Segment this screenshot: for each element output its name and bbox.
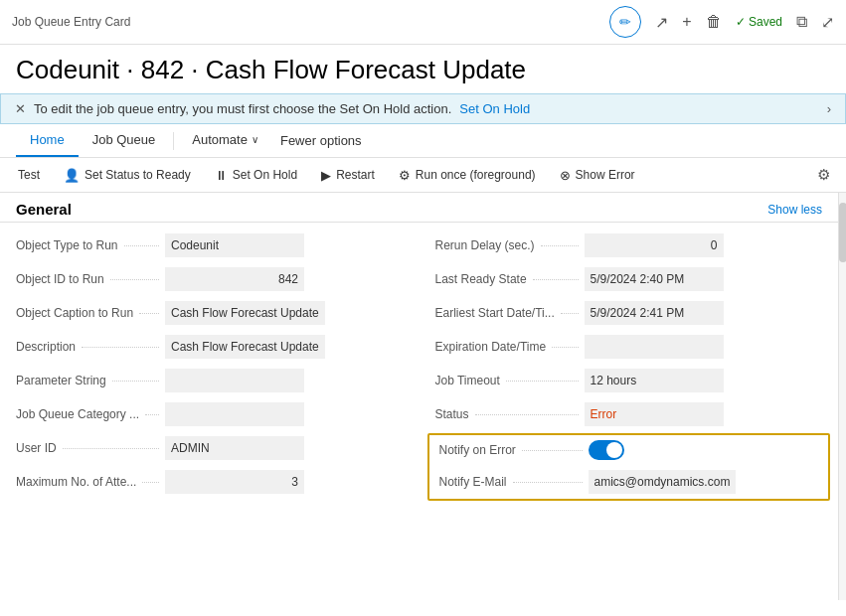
run-once-button[interactable]: ⚙ Run once (foreground) xyxy=(389,164,546,187)
general-section-header: General Show less xyxy=(0,193,838,223)
section-title: General xyxy=(16,201,72,218)
table-row: Object Caption to Run Cash Flow Forecast… xyxy=(0,296,420,330)
set-status-ready-icon: 👤 xyxy=(64,168,80,183)
object-id-value: 842 xyxy=(165,267,304,291)
scrollbar-track[interactable] xyxy=(838,193,846,600)
automate-chevron-icon: ∨ xyxy=(252,134,258,145)
user-id-value: ADMIN xyxy=(165,436,304,460)
table-row: Object Type to Run Codeunit xyxy=(0,229,420,262)
notify-email-value: amics@omdynamics.com xyxy=(589,470,737,494)
job-timeout-value: 12 hours xyxy=(585,369,724,392)
fewer-options-link[interactable]: Fewer options xyxy=(280,133,362,148)
earliest-start-value: 5/9/2024 2:41 PM xyxy=(585,301,724,325)
notify-on-error-toggle[interactable] xyxy=(589,440,624,460)
content-area: General Show less Object Type to Run Cod… xyxy=(0,193,846,600)
object-caption-value: Cash Flow Forecast Update xyxy=(165,301,325,325)
banner-message: To edit the job queue entry, you must fi… xyxy=(34,101,451,116)
fields-grid: Object Type to Run Codeunit Object ID to… xyxy=(0,223,838,509)
expiration-value xyxy=(585,335,724,359)
object-type-label: Object Type to Run xyxy=(16,238,165,252)
table-row: User ID ADMIN xyxy=(0,431,420,465)
page-title: Codeunit · 842 · Cash Flow Forecast Upda… xyxy=(0,45,846,93)
settings-gear-button[interactable]: ⚙ xyxy=(809,162,838,188)
table-row: Job Timeout 12 hours xyxy=(420,364,839,397)
expand-icon[interactable]: ⤢ xyxy=(821,13,834,32)
user-id-label: User ID xyxy=(16,441,165,455)
edit-button[interactable]: ✏ xyxy=(609,6,641,38)
notify-section: Notify on Error Notify E-Mail amics@omdy… xyxy=(427,433,831,501)
table-row: Job Queue Category ... xyxy=(0,397,420,431)
notify-on-error-toggle-container xyxy=(589,440,624,460)
notify-email-row: Notify E-Mail amics@omdynamics.com xyxy=(429,465,829,499)
object-caption-label: Object Caption to Run xyxy=(16,306,165,320)
show-error-icon: ⊗ xyxy=(560,168,571,183)
job-queue-cat-label: Job Queue Category ... xyxy=(16,407,165,421)
object-id-label: Object ID to Run xyxy=(16,272,165,286)
job-timeout-label: Job Timeout xyxy=(435,374,585,387)
scrollbar-thumb[interactable] xyxy=(839,203,846,262)
table-row: Object ID to Run 842 xyxy=(0,262,420,296)
tab-home[interactable]: Home xyxy=(16,124,79,157)
status-label: Status xyxy=(435,407,585,421)
saved-status: ✓ Saved xyxy=(736,15,782,29)
test-button[interactable]: Test xyxy=(8,164,50,186)
banner-close-icon[interactable]: ✕ xyxy=(15,101,26,116)
run-once-icon: ⚙ xyxy=(399,168,411,183)
delete-icon[interactable]: 🗑 xyxy=(706,13,722,31)
max-attempts-label: Maximum No. of Atte... xyxy=(16,475,165,489)
main-content: General Show less Object Type to Run Cod… xyxy=(0,193,838,600)
status-value: Error xyxy=(585,402,724,426)
table-row: Last Ready State 5/9/2024 2:40 PM xyxy=(420,262,839,296)
info-banner: ✕ To edit the job queue entry, you must … xyxy=(0,93,846,124)
left-column: Object Type to Run Codeunit Object ID to… xyxy=(0,229,420,503)
tab-job-queue[interactable]: Job Queue xyxy=(79,124,170,157)
banner-chevron-icon: › xyxy=(827,101,831,116)
table-row: Description Cash Flow Forecast Update xyxy=(0,330,420,364)
right-column: Rerun Delay (sec.) 0 Last Ready State 5/… xyxy=(420,229,839,503)
top-bar-actions: ✏ ↗ + 🗑 ✓ Saved ⧉ ⤢ xyxy=(609,6,834,38)
notify-on-error-label: Notify on Error xyxy=(439,443,589,457)
param-string-value xyxy=(165,369,304,392)
table-row: Status Error xyxy=(420,397,839,431)
add-icon[interactable]: + xyxy=(682,13,691,31)
set-on-hold-button[interactable]: ⏸ Set On Hold xyxy=(205,164,307,187)
table-row: Expiration Date/Time xyxy=(420,330,839,364)
show-less-link[interactable]: Show less xyxy=(767,203,822,217)
top-bar: Job Queue Entry Card ✏ ↗ + 🗑 ✓ Saved ⧉ ⤢ xyxy=(0,0,846,45)
open-external-icon[interactable]: ⧉ xyxy=(796,13,807,31)
set-status-ready-button[interactable]: 👤 Set Status to Ready xyxy=(54,164,201,187)
table-row: Parameter String xyxy=(0,364,420,397)
notify-email-label: Notify E-Mail xyxy=(439,475,589,489)
expiration-label: Expiration Date/Time xyxy=(435,340,585,354)
param-string-label: Parameter String xyxy=(16,374,165,387)
rerun-delay-value: 0 xyxy=(585,233,724,257)
restart-button[interactable]: ▶ Restart xyxy=(311,164,385,187)
set-on-hold-icon: ⏸ xyxy=(215,168,228,183)
table-row: Maximum No. of Atte... 3 xyxy=(0,465,420,499)
tab-separator xyxy=(173,132,174,150)
notify-on-error-row: Notify on Error xyxy=(429,435,829,465)
max-attempts-value: 3 xyxy=(165,470,304,494)
last-ready-label: Last Ready State xyxy=(435,272,585,286)
job-queue-cat-value xyxy=(165,402,304,426)
earliest-start-label: Earliest Start Date/Ti... xyxy=(435,306,585,320)
table-row: Rerun Delay (sec.) 0 xyxy=(420,229,839,262)
last-ready-value: 5/9/2024 2:40 PM xyxy=(585,267,724,291)
page-breadcrumb: Job Queue Entry Card xyxy=(12,15,609,29)
restart-icon: ▶ xyxy=(321,168,331,183)
share-icon[interactable]: ↗ xyxy=(655,13,668,32)
show-error-button[interactable]: ⊗ Show Error xyxy=(550,164,645,187)
description-label: Description xyxy=(16,340,165,354)
rerun-delay-label: Rerun Delay (sec.) xyxy=(435,238,585,252)
nav-tabs: Home Job Queue Automate ∨ Fewer options xyxy=(0,124,846,158)
table-row: Earliest Start Date/Ti... 5/9/2024 2:41 … xyxy=(420,296,839,330)
banner-set-on-hold-link[interactable]: Set On Hold xyxy=(459,101,530,116)
action-bar: Test 👤 Set Status to Ready ⏸ Set On Hold… xyxy=(0,158,846,193)
tab-automate[interactable]: Automate ∨ xyxy=(178,124,272,157)
description-value: Cash Flow Forecast Update xyxy=(165,335,325,359)
object-type-value: Codeunit xyxy=(165,233,304,257)
